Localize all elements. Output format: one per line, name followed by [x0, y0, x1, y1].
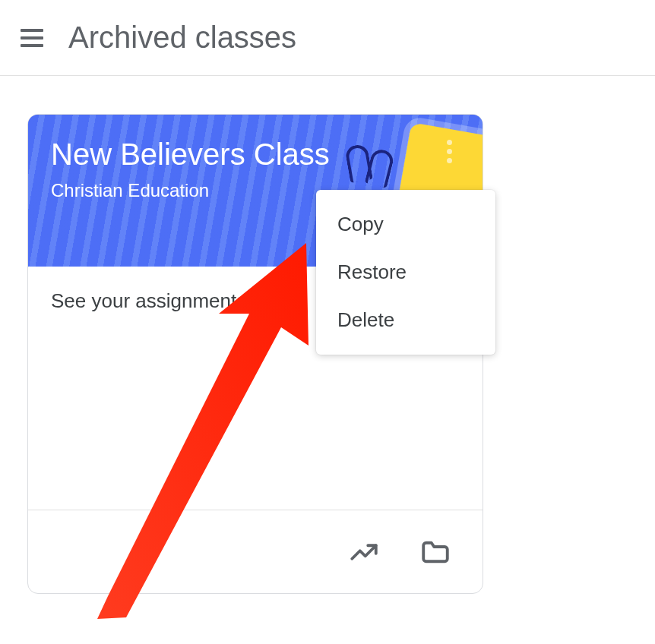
more-options-icon[interactable]	[434, 136, 464, 166]
menu-item-copy[interactable]: Copy	[316, 200, 495, 248]
trending-up-icon[interactable]	[347, 535, 381, 569]
content-area: New Believers Class Christian Education …	[0, 76, 655, 632]
class-card-footer	[28, 510, 483, 593]
class-title: New Believers Class	[51, 136, 460, 172]
hamburger-menu-icon[interactable]	[18, 24, 46, 52]
top-bar: Archived classes	[0, 0, 655, 76]
menu-item-restore[interactable]: Restore	[316, 248, 495, 296]
context-menu: Copy Restore Delete	[316, 190, 495, 355]
menu-item-delete[interactable]: Delete	[316, 296, 495, 344]
folder-icon[interactable]	[419, 535, 452, 569]
page-title: Archived classes	[68, 21, 296, 55]
